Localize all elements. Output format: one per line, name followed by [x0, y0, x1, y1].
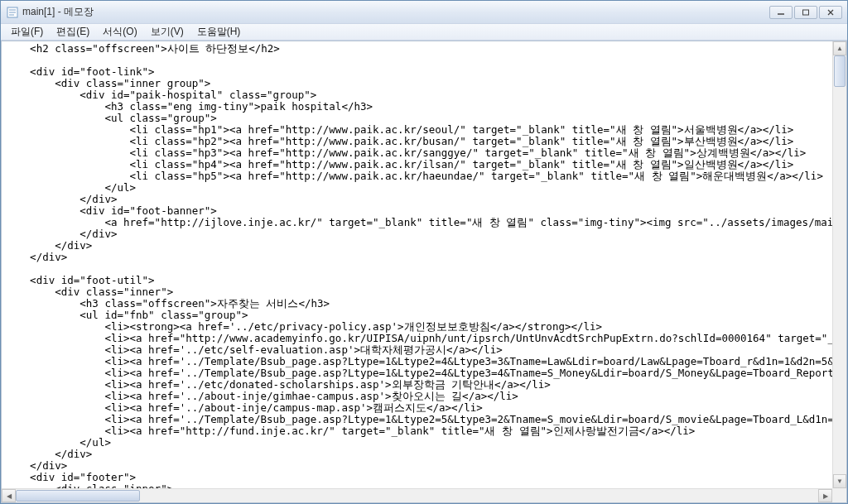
horizontal-scrollbar[interactable]: ◀ ▶ [2, 488, 832, 502]
menu-file[interactable]: 파일(F) [4, 23, 50, 41]
app-window: main[1] - 메모장 파일(F) 편집(E) 서식(O) 보기(V) 도움… [0, 0, 848, 504]
menu-help[interactable]: 도움말(H) [190, 23, 248, 41]
content-area: <h2 class="offscreen">사이트 하단정보</h2> <div… [1, 41, 847, 503]
scroll-down-button[interactable]: ▼ [833, 474, 846, 488]
menu-edit[interactable]: 편집(E) [50, 23, 96, 41]
window-controls [769, 6, 842, 19]
scroll-corner [832, 488, 846, 502]
menubar: 파일(F) 편집(E) 서식(O) 보기(V) 도움말(H) [1, 24, 847, 41]
scroll-up-button[interactable]: ▲ [833, 41, 846, 55]
vertical-scrollbar[interactable]: ▲ ▼ [832, 41, 846, 488]
scroll-v-track[interactable] [833, 55, 846, 474]
close-button[interactable] [819, 6, 842, 19]
scroll-left-button[interactable]: ◀ [2, 489, 16, 502]
maximize-button[interactable] [794, 6, 817, 19]
scroll-h-thumb[interactable] [16, 490, 140, 502]
menu-format[interactable]: 서식(O) [96, 23, 143, 41]
text-editor[interactable]: <h2 class="offscreen">사이트 하단정보</h2> <div… [2, 41, 846, 502]
window-title: main[1] - 메모장 [22, 5, 769, 19]
minimize-button[interactable] [769, 6, 793, 19]
app-icon [6, 6, 19, 19]
menu-view[interactable]: 보기(V) [144, 23, 190, 41]
svg-rect-5 [803, 10, 809, 15]
titlebar[interactable]: main[1] - 메모장 [1, 1, 847, 24]
scroll-v-thumb[interactable] [834, 55, 846, 87]
scroll-right-button[interactable]: ▶ [818, 489, 832, 502]
scroll-h-track[interactable] [16, 489, 818, 502]
